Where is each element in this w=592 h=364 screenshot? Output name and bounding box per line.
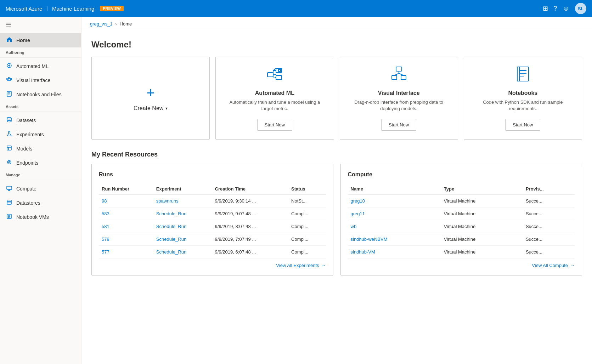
runs-col-time: Creation Time <box>212 183 288 195</box>
run-number[interactable]: 583 <box>99 207 153 220</box>
table-row: 583 Schedule_Run 9/9/2019, 9:07:48 ... C… <box>99 207 326 220</box>
runs-table: Run Number Experiment Creation Time Stat… <box>99 183 326 258</box>
sidebar-item-home[interactable]: Home <box>0 33 81 47</box>
preview-badge: PREVIEW <box>100 6 124 11</box>
sidebar-label-home: Home <box>16 38 30 43</box>
run-number[interactable]: 579 <box>99 233 153 246</box>
sidebar-item-automated-ml[interactable]: Automated ML <box>0 59 81 73</box>
compute-icon <box>6 185 13 192</box>
manage-section: Manage <box>0 170 81 178</box>
run-experiment[interactable]: Schedule_Run <box>153 207 212 220</box>
table-row: wb Virtual Machine Succe... <box>348 220 575 233</box>
run-number[interactable]: 98 <box>99 195 153 207</box>
sidebar-item-endpoints[interactable]: Endpoints <box>0 156 81 170</box>
notebooks-card-icon <box>514 66 531 86</box>
grid-icon[interactable]: ⊞ <box>543 5 548 12</box>
welcome-heading: Welcome! <box>91 40 582 50</box>
visual-interface-card-desc: Drag-n-drop interface from prepping data… <box>347 99 451 112</box>
models-icon <box>6 145 13 152</box>
run-status: Compl... <box>288 233 326 246</box>
notebooks-start-button[interactable]: Start Now <box>505 119 540 131</box>
sidebar-item-notebook-vms[interactable]: Notebook VMs <box>0 210 81 224</box>
main-body: Welcome! + Create New ▾ <box>81 31 592 284</box>
runs-col-experiment: Experiment <box>153 183 212 195</box>
run-status: Compl... <box>288 207 326 220</box>
automl-icon <box>6 63 13 70</box>
run-time: 9/9/2019, 6:07:48 ... <box>212 246 288 258</box>
sidebar-item-experiments[interactable]: Experiments <box>0 127 81 142</box>
table-row: 577 Schedule_Run 9/9/2019, 6:07:48 ... C… <box>99 246 326 258</box>
automated-ml-card-icon <box>266 66 283 86</box>
compute-name[interactable]: sindhub-VM <box>348 246 441 258</box>
runs-col-status: Status <box>288 183 326 195</box>
svg-rect-18 <box>401 75 406 80</box>
run-number[interactable]: 581 <box>99 220 153 233</box>
sidebar: ☰ Home Authoring Automated ML Visual Int… <box>0 17 81 364</box>
breadcrumb-workspace[interactable]: greg_ws_1 <box>90 21 113 27</box>
svg-rect-6 <box>7 146 11 150</box>
sidebar-label-notebook-vms: Notebook VMs <box>16 214 49 220</box>
view-all-compute[interactable]: View All Compute → <box>348 263 575 268</box>
help-icon[interactable]: ? <box>554 5 557 12</box>
svg-rect-14 <box>276 75 282 80</box>
brand-label: Microsoft Azure <box>6 6 42 12</box>
automated-ml-start-button[interactable]: Start Now <box>257 119 292 131</box>
compute-panel-title: Compute <box>348 171 575 178</box>
compute-col-name: Name <box>348 183 441 195</box>
sidebar-label-endpoints: Endpoints <box>16 160 38 166</box>
sidebar-item-compute[interactable]: Compute <box>0 182 81 196</box>
sidebar-item-datastores[interactable]: Datastores <box>0 196 81 210</box>
compute-col-type: Type <box>441 183 523 195</box>
user-avatar[interactable]: SL <box>575 3 586 14</box>
svg-rect-17 <box>392 75 397 80</box>
run-time: 9/9/2019, 9:07:48 ... <box>212 207 288 220</box>
sidebar-item-models[interactable]: Models <box>0 142 81 156</box>
notebooks-icon <box>6 91 13 98</box>
sidebar-label-automated-ml: Automated ML <box>16 63 49 69</box>
main-layout: ☰ Home Authoring Automated ML Visual Int… <box>0 17 592 364</box>
hamburger-button[interactable]: ☰ <box>0 17 81 33</box>
compute-name[interactable]: wb <box>348 220 441 233</box>
compute-name[interactable]: greg10 <box>348 195 441 207</box>
sidebar-item-visual-interface[interactable]: Visual Interface <box>0 73 81 87</box>
compute-status: Succe... <box>523 220 575 233</box>
compute-panel: Compute Name Type Provis... greg10 Virtu… <box>340 164 582 275</box>
view-all-experiments[interactable]: View All Experiments → <box>99 263 326 268</box>
notebooks-card-desc: Code with Python SDK and run sample requ… <box>471 99 575 112</box>
sidebar-label-models: Models <box>16 146 32 152</box>
breadcrumb-separator: › <box>115 22 117 27</box>
cards-row: + Create New ▾ <box>91 57 582 140</box>
table-row: 579 Schedule_Run 9/9/2019, 7:07:49 ... C… <box>99 233 326 246</box>
compute-name[interactable]: sindhub-weNBVM <box>348 233 441 246</box>
notebooks-card-title: Notebooks <box>508 90 538 96</box>
topnav: Microsoft Azure | Machine Learning PREVI… <box>0 0 592 17</box>
create-new-card[interactable]: + Create New ▾ <box>91 57 210 140</box>
sidebar-label-experiments: Experiments <box>16 132 44 137</box>
run-status: Compl... <box>288 220 326 233</box>
run-experiment[interactable]: Schedule_Run <box>153 246 212 258</box>
run-number[interactable]: 577 <box>99 246 153 258</box>
compute-col-status: Provis... <box>523 183 575 195</box>
table-row: greg11 Virtual Machine Succe... <box>348 207 575 220</box>
runs-col-number: Run Number <box>99 183 153 195</box>
compute-status: Succe... <box>523 246 575 258</box>
run-experiment[interactable]: Schedule_Run <box>153 233 212 246</box>
sidebar-label-notebooks: Notebooks and Files <box>16 92 62 97</box>
feedback-icon[interactable]: ☺ <box>563 5 569 12</box>
table-row: 98 spawnruns 9/9/2019, 9:30:14 ... NotSt… <box>99 195 326 207</box>
sidebar-item-notebooks[interactable]: Notebooks and Files <box>0 87 81 102</box>
run-time: 9/9/2019, 9:30:14 ... <box>212 195 288 207</box>
run-experiment[interactable]: spawnruns <box>153 195 212 207</box>
compute-type: Virtual Machine <box>441 195 523 207</box>
run-status: NotSt... <box>288 195 326 207</box>
visual-interface-start-button[interactable]: Start Now <box>381 119 416 131</box>
create-arrow-icon: ▾ <box>165 106 168 111</box>
create-label: Create New ▾ <box>134 105 168 112</box>
run-experiment[interactable]: Schedule_Run <box>153 220 212 233</box>
notebooks-card: Notebooks Code with Python SDK and run s… <box>464 57 582 140</box>
svg-rect-3 <box>10 78 12 80</box>
sidebar-item-datasets[interactable]: Datasets <box>0 113 81 127</box>
table-row: 581 Schedule_Run 9/9/2019, 8:07:48 ... C… <box>99 220 326 233</box>
compute-name[interactable]: greg11 <box>348 207 441 220</box>
svg-rect-20 <box>517 67 519 81</box>
